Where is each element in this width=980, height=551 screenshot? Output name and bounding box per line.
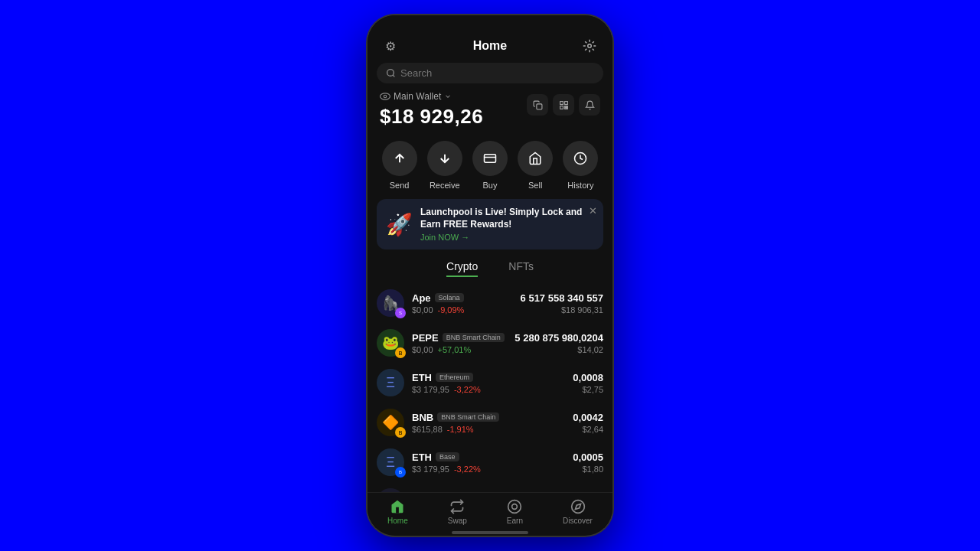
nav-earn[interactable]: Earn — [498, 499, 532, 525]
eth-base-info: ETH Base $3 179,95 -3,22% — [412, 452, 565, 474]
wallet-label: Main Wallet — [380, 91, 483, 102]
pepe-logo: 🐸 B — [377, 329, 404, 357]
svg-rect-6 — [560, 101, 563, 104]
svg-point-18 — [508, 500, 521, 514]
svg-rect-12 — [566, 107, 567, 109]
nav-earn-label: Earn — [507, 517, 523, 525]
banner-title: Launchpool is Live! Simply Lock and Earn… — [420, 207, 594, 230]
nav-home[interactable]: Home — [378, 499, 417, 525]
pepe-values: 5 280 875 980,0204 $14,02 — [514, 332, 603, 354]
qr-button[interactable] — [553, 94, 574, 116]
eth-base-logo: Ξ B — [377, 448, 404, 476]
banner-content: Launchpool is Live! Simply Lock and Earn… — [420, 207, 594, 242]
svg-rect-15 — [484, 155, 495, 163]
ape-info: Ape Solana $0,00 -9,09% — [412, 292, 513, 315]
bell-icon — [585, 100, 595, 110]
banner-link[interactable]: Join NOW → — [420, 233, 594, 242]
tab-nfts[interactable]: NFTs — [508, 257, 534, 277]
svg-rect-5 — [536, 103, 541, 109]
app-header: ⚙ Home — [368, 31, 612, 63]
sell-label: Sell — [528, 181, 542, 190]
svg-rect-9 — [564, 106, 566, 107]
list-item[interactable]: 🐸 B PEPE BNB Smart Chain $0,00 +57,01% 5… — [377, 323, 603, 363]
bnb-values: 0,0042 $2,64 — [573, 412, 603, 434]
bnb-info: BNB BNB Smart Chain $615,88 -1,91% — [412, 412, 565, 434]
sell-circle — [518, 141, 553, 176]
nav-home-label: Home — [387, 517, 408, 525]
home-indicator — [452, 531, 528, 534]
eye-icon — [380, 93, 390, 100]
wallet-section: Main Wallet $18 929,26 — [368, 91, 612, 135]
svg-rect-8 — [560, 106, 563, 109]
svg-rect-7 — [564, 101, 567, 104]
home-icon — [390, 499, 405, 514]
svg-rect-11 — [564, 107, 566, 109]
buy-button[interactable]: Buy — [472, 141, 508, 190]
ape-logo: 🦍 S — [377, 289, 404, 317]
buy-label: Buy — [482, 181, 497, 190]
swap-icon — [449, 499, 465, 514]
settings-button[interactable]: ⚙ — [380, 35, 401, 57]
eth-logo: Ξ — [377, 369, 404, 396]
list-item[interactable]: 🦍 S Ape Solana $0,00 -9,09% 6 517 558 34… — [377, 283, 603, 323]
header-title: Home — [473, 39, 507, 53]
nav-swap[interactable]: Swap — [439, 499, 476, 525]
history-circle — [563, 141, 598, 176]
eth-info: ETH Ethereum $3 179,95 -3,22% — [412, 372, 565, 394]
copy-icon — [533, 100, 543, 110]
receive-circle — [427, 141, 462, 176]
list-item[interactable]: 🪝 B HOOK BNB Smart Chain 1,8024 — [377, 482, 603, 492]
receive-button[interactable]: Receive — [427, 141, 462, 190]
wallet-connect-button[interactable] — [579, 35, 600, 57]
nav-swap-label: Swap — [448, 517, 467, 525]
search-bar[interactable] — [377, 63, 603, 83]
chevron-down-icon — [444, 93, 452, 100]
launchpool-banner: 🚀 Launchpool is Live! Simply Lock and Ea… — [377, 199, 603, 249]
eth-values: 0,0008 $2,75 — [573, 372, 603, 394]
bottom-nav: Home Swap Earn Discover — [368, 492, 612, 528]
svg-marker-21 — [575, 504, 580, 509]
svg-point-19 — [512, 504, 518, 510]
discover-icon — [570, 499, 586, 514]
history-label: History — [567, 181, 593, 190]
tab-crypto[interactable]: Crypto — [446, 257, 478, 277]
asset-tabs: Crypto NFTs — [368, 257, 612, 283]
search-icon — [386, 68, 396, 78]
send-label: Send — [390, 181, 410, 190]
status-bar — [368, 15, 612, 31]
earn-icon — [507, 499, 522, 514]
hook-logo: 🪝 B — [377, 488, 404, 492]
bell-button[interactable] — [579, 94, 600, 116]
bnb-logo: 🔶 B — [377, 409, 404, 436]
nav-discover[interactable]: Discover — [554, 499, 602, 525]
receive-label: Receive — [430, 181, 460, 190]
history-button[interactable]: History — [563, 141, 598, 190]
svg-line-2 — [393, 75, 394, 77]
svg-point-4 — [384, 95, 387, 98]
banner-close-button[interactable]: ✕ — [589, 205, 597, 217]
svg-point-0 — [588, 44, 592, 48]
svg-point-20 — [571, 500, 584, 514]
crypto-list: 🦍 S Ape Solana $0,00 -9,09% 6 517 558 34… — [368, 283, 612, 492]
nav-discover-label: Discover — [563, 517, 593, 525]
qr-icon — [559, 100, 569, 110]
list-item[interactable]: Ξ ETH Ethereum $3 179,95 -3,22% 0,0008 $… — [377, 363, 603, 403]
buy-circle — [472, 141, 508, 176]
sell-button[interactable]: Sell — [518, 141, 553, 190]
svg-rect-10 — [566, 106, 567, 107]
pepe-info: PEPE BNB Smart Chain $0,00 +57,01% — [412, 332, 507, 354]
svg-point-3 — [381, 93, 390, 99]
copy-button[interactable] — [527, 94, 548, 116]
svg-point-1 — [387, 70, 394, 77]
banner-emoji: 🚀 — [386, 212, 413, 237]
send-button[interactable]: Send — [382, 141, 417, 190]
phone-app: ⚙ Home Main Wallet — [368, 15, 612, 536]
ape-values: 6 517 558 340 557 $18 906,31 — [521, 292, 603, 315]
wallet-balance: $18 929,26 — [380, 105, 483, 129]
list-item[interactable]: Ξ B ETH Base $3 179,95 -3,22% 0,0005 $1,… — [377, 442, 603, 482]
search-input[interactable] — [400, 67, 594, 79]
send-circle — [382, 141, 417, 176]
list-item[interactable]: 🔶 B BNB BNB Smart Chain $615,88 -1,91% 0… — [377, 403, 603, 442]
eth-base-values: 0,0005 $1,80 — [573, 452, 603, 474]
action-buttons: Send Receive Buy Sell History — [368, 135, 612, 199]
